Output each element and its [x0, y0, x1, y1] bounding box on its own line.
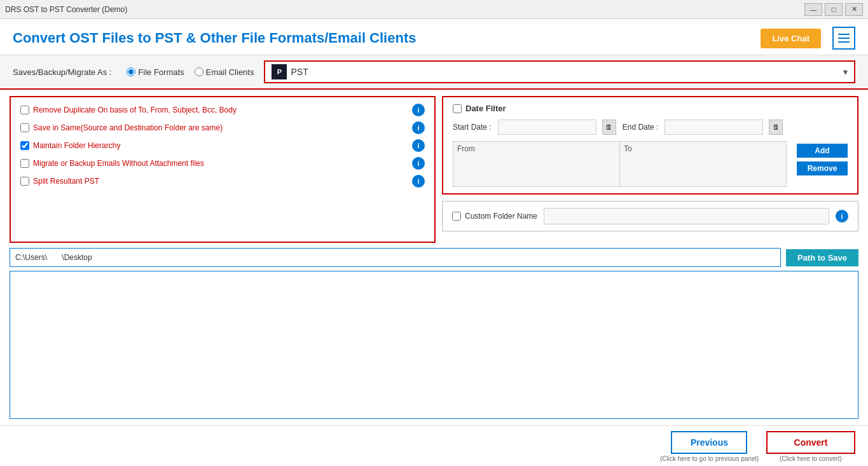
custom-folder-check: Custom Folder Name [452, 212, 537, 221]
radio-group: File Formats Email Clients [127, 67, 254, 77]
to-box: To [620, 142, 786, 186]
from-box: From [453, 142, 620, 186]
custom-folder-input[interactable] [544, 208, 829, 224]
convert-col: Convert (Click here to convert) [766, 431, 855, 462]
start-date-calendar-icon[interactable]: 🗓 [602, 120, 616, 135]
option-left-2: Save in Same(Source and Destination Fold… [20, 123, 223, 132]
pst-dropdown[interactable]: P PST ▾ [264, 60, 855, 83]
maximize-button[interactable]: □ [825, 3, 843, 16]
bottom-bar: Previous (Click here to go to previous p… [0, 425, 868, 466]
previous-hint: (Click here to go to previous panel) [660, 455, 759, 462]
info-button-2[interactable]: i [412, 121, 425, 134]
pst-icon: P [272, 64, 287, 79]
option-row-3: Maintain Folder Hierarchy i [20, 139, 425, 152]
option-label-3[interactable]: Maintain Folder Hierarchy [33, 141, 120, 150]
custom-folder-label[interactable]: Custom Folder Name [465, 212, 537, 221]
radio-file-formats[interactable]: File Formats [127, 67, 184, 77]
info-button-4[interactable]: i [412, 157, 425, 170]
header: Convert OST Files to PST & Other File Fo… [0, 19, 868, 55]
option-label-2[interactable]: Save in Same(Source and Destination Fold… [33, 123, 223, 132]
dropdown-arrow-icon: ▾ [843, 67, 848, 77]
info-button-3[interactable]: i [412, 139, 425, 152]
right-panel: Date Filter Start Date : 🗓 End Date : 🗓 [442, 96, 858, 243]
menu-line-1 [838, 34, 850, 35]
option-row-4: Migrate or Backup Emails Without Attachm… [20, 157, 425, 170]
option-row-2: Save in Same(Source and Destination Fold… [20, 121, 425, 134]
option-checkbox-3[interactable] [20, 141, 29, 150]
minimize-button[interactable]: — [804, 3, 822, 16]
pst-text: PST [291, 67, 843, 77]
path-row: Path to Save [10, 248, 858, 267]
start-date-label: Start Date : [453, 123, 492, 132]
titlebar-title: DRS OST to PST Converter (Demo) [5, 5, 804, 14]
date-filter-label[interactable]: Date Filter [465, 104, 506, 113]
menu-line-3 [838, 41, 850, 43]
info-button-5[interactable]: i [412, 175, 425, 188]
convert-button[interactable]: Convert [766, 431, 855, 454]
option-checkbox-2[interactable] [20, 123, 29, 132]
custom-folder-checkbox[interactable] [452, 212, 461, 221]
path-input[interactable] [10, 248, 781, 267]
option-left-5: Split Resultant PST [20, 177, 99, 186]
radio-file-formats-input[interactable] [127, 67, 135, 76]
close-button[interactable]: ✕ [845, 3, 863, 16]
from-label: From [457, 144, 475, 153]
info-button-1[interactable]: i [412, 104, 425, 116]
custom-folder-box: Custom Folder Name i [442, 201, 858, 231]
radio-file-formats-label: File Formats [138, 67, 184, 77]
titlebar-controls: — □ ✕ [804, 3, 863, 16]
option-label-1[interactable]: Remove Duplicate On basis of To, From, S… [33, 106, 237, 114]
header-right: Live Chat [761, 27, 855, 50]
option-checkbox-4[interactable] [20, 159, 29, 168]
content-area: Remove Duplicate On basis of To, From, S… [0, 90, 868, 425]
radio-email-clients-input[interactable] [195, 67, 203, 76]
end-date-label: End Date : [623, 123, 659, 132]
option-row-1: Remove Duplicate On basis of To, From, S… [20, 104, 425, 116]
to-label: To [624, 144, 632, 153]
add-remove-col: Add Remove [797, 141, 848, 187]
date-filter-box: Date Filter Start Date : 🗓 End Date : 🗓 [442, 96, 858, 195]
option-label-4[interactable]: Migrate or Backup Emails Without Attachm… [33, 159, 204, 168]
option-left-1: Remove Duplicate On basis of To, From, S… [20, 106, 237, 114]
custom-folder-info-button[interactable]: i [836, 210, 848, 223]
start-date-input[interactable] [498, 120, 596, 135]
previous-col: Previous (Click here to go to previous p… [660, 431, 759, 462]
option-checkbox-5[interactable] [20, 177, 29, 186]
radio-email-clients-label: Email Clients [206, 67, 254, 77]
titlebar: DRS OST to PST Converter (Demo) — □ ✕ [0, 0, 868, 19]
live-chat-button[interactable]: Live Chat [761, 29, 821, 48]
left-panel: Remove Duplicate On basis of To, From, S… [10, 96, 436, 243]
main-container: Convert OST Files to PST & Other File Fo… [0, 19, 868, 466]
toolbar: Saves/Backup/Migrate As : File Formats E… [0, 55, 868, 90]
panels-row: Remove Duplicate On basis of To, From, S… [10, 96, 858, 243]
date-row: Start Date : 🗓 End Date : 🗓 [453, 120, 848, 135]
log-area [10, 271, 858, 419]
add-button[interactable]: Add [797, 144, 848, 158]
date-filter-checkbox[interactable] [453, 104, 462, 113]
radio-email-clients[interactable]: Email Clients [195, 67, 254, 77]
convert-hint: (Click here to convert) [780, 455, 842, 462]
path-save-button[interactable]: Path to Save [786, 249, 858, 266]
option-row-5: Split Resultant PST i [20, 175, 425, 188]
date-filter-header: Date Filter [453, 104, 848, 113]
end-date-calendar-icon[interactable]: 🗓 [769, 120, 783, 135]
app-title: Convert OST Files to PST & Other File Fo… [13, 30, 416, 46]
menu-line-2 [838, 38, 850, 39]
menu-icon-button[interactable] [832, 27, 855, 50]
toolbar-label: Saves/Backup/Migrate As : [13, 67, 111, 77]
option-label-5[interactable]: Split Resultant PST [33, 177, 99, 186]
option-left-3: Maintain Folder Hierarchy [20, 141, 120, 150]
end-date-input[interactable] [665, 120, 763, 135]
previous-button[interactable]: Previous [671, 431, 747, 454]
option-left-4: Migrate or Backup Emails Without Attachm… [20, 159, 204, 168]
option-checkbox-1[interactable] [20, 106, 29, 114]
remove-button[interactable]: Remove [797, 161, 848, 175]
